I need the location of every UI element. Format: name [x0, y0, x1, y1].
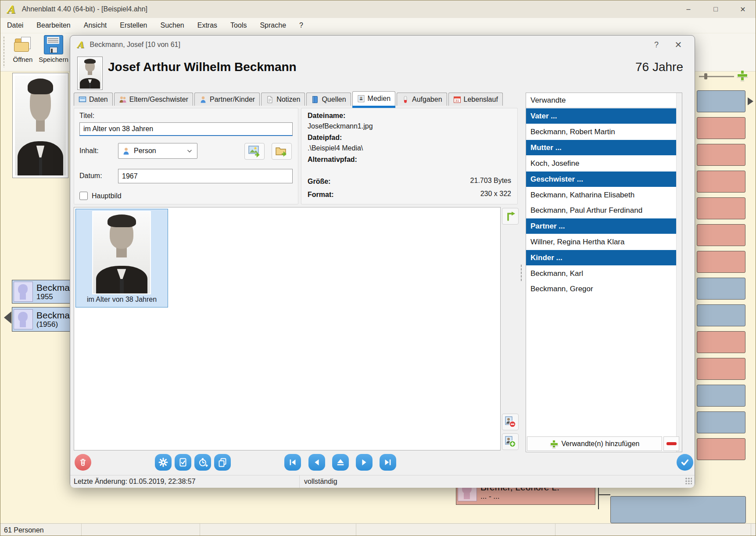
panel-splitter[interactable]	[520, 264, 522, 282]
menu-item-bearbeiten[interactable]: Bearbeiten	[30, 18, 77, 33]
tree-node-box[interactable]	[697, 171, 745, 193]
tree-node-box[interactable]	[697, 278, 745, 300]
tree-node-box[interactable]	[697, 251, 745, 273]
add-person-button[interactable]	[737, 70, 748, 81]
calendar-icon: 31	[453, 96, 461, 104]
titel-input[interactable]	[79, 122, 293, 136]
tab-eltern-geschwister[interactable]: Eltern/Geschwister	[114, 93, 193, 106]
tree-node-box[interactable]	[697, 90, 745, 112]
menu-item-extras[interactable]: Extras	[191, 18, 224, 33]
tab-daten[interactable]: Daten	[74, 93, 113, 106]
add-relative-button[interactable]: Verwandte(n) hinzufügen	[527, 436, 662, 451]
confirm-button[interactable]	[677, 454, 693, 471]
open-file-button[interactable]: Öffnen	[8, 35, 37, 63]
relative-section-button[interactable]: Mutter ...	[526, 140, 677, 155]
relative-name-item[interactable]: Beckmann, Paul Arthur Ferdinand	[526, 203, 677, 218]
menu-item-datei[interactable]: Datei	[0, 18, 30, 33]
tab-notizen[interactable]: Notizen	[261, 93, 305, 106]
tab-medien[interactable]: Medien	[352, 91, 395, 106]
close-button[interactable]: ✕	[729, 0, 756, 18]
settings-button[interactable]	[155, 454, 172, 471]
maximize-button[interactable]: □	[702, 0, 729, 18]
tab-partner-kinder[interactable]: Partner/Kinder	[194, 93, 260, 106]
dialog-help-button[interactable]: ?	[646, 36, 666, 54]
minimize-button[interactable]: –	[675, 0, 702, 18]
dialog-tabs: Daten Eltern/Geschwister Partner/Kinder …	[74, 92, 504, 106]
inhalt-dropdown[interactable]: Person	[118, 143, 197, 159]
plus-icon	[550, 440, 558, 448]
tab-lebenslauf[interactable]: 31 Lebenslauf	[448, 93, 503, 106]
menu-item-?[interactable]: ?	[293, 18, 310, 33]
relative-section-button[interactable]: Kinder ...	[526, 250, 677, 265]
media-link-button[interactable]	[502, 208, 519, 225]
relatives-header: Verwandte	[526, 93, 677, 108]
open-media-folder-button[interactable]	[272, 143, 292, 160]
tree-node-box[interactable]	[697, 358, 745, 380]
relative-name-item[interactable]: Beckmann, Gregor	[526, 281, 677, 297]
nav-home-button[interactable]	[332, 454, 349, 471]
male-silhouette-icon	[14, 282, 33, 302]
relative-section-button[interactable]: Partner ...	[526, 218, 677, 234]
toolbar-drag-handle[interactable]	[3, 36, 5, 68]
validate-button[interactable]	[175, 454, 191, 471]
tree-node-box[interactable]	[697, 385, 745, 407]
tree-node-box[interactable]	[697, 411, 745, 433]
relative-section-button[interactable]: Geschwister ...	[526, 172, 677, 187]
relative-section-button[interactable]: Vater ...	[526, 108, 677, 124]
save-file-button[interactable]: Speichern	[39, 35, 68, 63]
file-info-panel: Dateiname: JosefBeckmann1.jpg Dateipfad:…	[301, 108, 518, 204]
menu-item-ansicht[interactable]: Ansicht	[77, 18, 113, 33]
tree-node-box[interactable]	[610, 496, 746, 523]
relative-name-item[interactable]: Beckmann, Robert Martin	[526, 124, 677, 139]
status-persons: 61 Personen	[0, 524, 82, 536]
datum-input[interactable]	[118, 169, 293, 183]
tree-node-box[interactable]	[697, 438, 745, 460]
menu-item-suchen[interactable]: Suchen	[154, 18, 190, 33]
add-relative-label: Verwandte(n) hinzufügen	[562, 440, 640, 448]
media-remove-button[interactable]	[502, 414, 519, 430]
tree-node-box[interactable]	[697, 304, 745, 326]
format-value: 230 x 322	[480, 190, 511, 198]
tree-node-box[interactable]	[697, 224, 745, 246]
hauptbild-checkbox[interactable]	[79, 192, 88, 200]
timer-button[interactable]	[194, 454, 211, 471]
app-window: A Ahnenblatt 4.40 (64-bit) - [Beispiel4.…	[0, 0, 756, 536]
menu-item-tools[interactable]: Tools	[224, 18, 253, 33]
menu-item-sprache[interactable]: Sprache	[253, 18, 293, 33]
tree-node-box[interactable]	[697, 117, 745, 139]
background-person-photo[interactable]	[12, 73, 68, 178]
inhalt-selected-value: Person	[134, 147, 156, 155]
picture-icon	[357, 95, 365, 103]
relative-name-item[interactable]: Beckmann, Katharina Elisabeth	[526, 187, 677, 203]
scroll-left-arrow-icon[interactable]	[4, 311, 11, 324]
dialog-close-button[interactable]: ✕	[668, 36, 688, 54]
tree-node-box[interactable]	[697, 331, 745, 353]
relative-name-item[interactable]: Willner, Regina Hertha Klara	[526, 234, 677, 250]
relatives-scrollbar[interactable]	[676, 93, 682, 452]
tree-node-box[interactable]	[697, 197, 745, 219]
tab-quellen[interactable]: Quellen	[306, 93, 351, 106]
delete-person-button[interactable]	[75, 454, 91, 471]
media-add-button[interactable]	[502, 433, 519, 450]
menu-item-erstellen[interactable]: Erstellen	[113, 18, 154, 33]
copy-button[interactable]	[214, 454, 231, 471]
tree-node-box[interactable]	[697, 144, 745, 166]
remove-relative-button[interactable]	[663, 436, 679, 451]
nav-last-button[interactable]	[380, 454, 396, 471]
nav-first-button[interactable]	[284, 454, 301, 471]
next-icon	[359, 457, 369, 467]
dialog-resize-grip[interactable]	[685, 477, 692, 484]
relative-name-item[interactable]: Koch, Josefine	[526, 156, 677, 171]
relatives-list: Verwandte Vater ...Beckmann, Robert Mart…	[526, 93, 677, 297]
remove-media-icon	[504, 416, 516, 428]
relative-name-item[interactable]: Beckmann, Karl	[526, 266, 677, 281]
nav-next-button[interactable]	[356, 454, 373, 471]
nav-previous-button[interactable]	[308, 454, 325, 471]
scroll-right-arrow-icon[interactable]	[748, 97, 753, 105]
tab-aufgaben[interactable]: Aufgaben	[397, 93, 447, 106]
zoom-slider-handle[interactable]	[704, 73, 707, 79]
person-name-heading: Josef Arthur Wilhelm Beckmann	[108, 60, 297, 74]
skip-first-icon	[288, 457, 297, 467]
add-image-button[interactable]	[244, 143, 265, 160]
media-thumbnail-selected[interactable]: im Alter von 38 Jahren	[75, 209, 168, 307]
